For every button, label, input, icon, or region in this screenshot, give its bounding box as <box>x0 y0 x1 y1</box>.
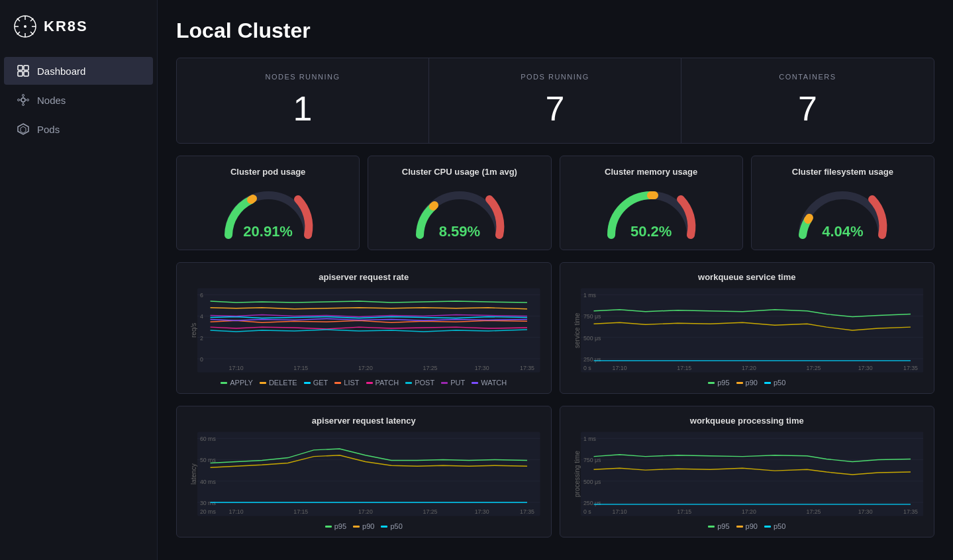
legend-service-p95: p95 <box>708 379 729 387</box>
legend-latency-p95: p95 <box>325 522 346 530</box>
sidebar-navigation: Dashboard Nodes Pods <box>0 57 157 143</box>
logo: KR8S <box>0 0 157 57</box>
svg-text:17:10: 17:10 <box>612 365 627 371</box>
gauge-memory-visual: 50.2% <box>601 182 701 242</box>
chart-request-rate-title: apiserver request rate <box>187 272 540 282</box>
chart-workqueue-service-legend: p95 p90 p50 <box>571 379 924 387</box>
svg-text:17:25: 17:25 <box>423 365 438 371</box>
svg-text:17:30: 17:30 <box>858 508 872 515</box>
svg-text:750 μs: 750 μs <box>583 457 601 463</box>
svg-text:60 ms: 60 ms <box>200 436 216 442</box>
svg-text:17:15: 17:15 <box>677 508 691 515</box>
svg-rect-12 <box>18 71 23 76</box>
svg-text:17:10: 17:10 <box>229 365 244 371</box>
svg-text:17:20: 17:20 <box>358 365 373 371</box>
chart-request-latency-legend: p95 p90 p50 <box>187 522 540 530</box>
svg-text:750 μs: 750 μs <box>583 313 601 320</box>
legend-post: POST <box>405 379 434 387</box>
svg-rect-10 <box>18 66 23 70</box>
svg-text:1 ms: 1 ms <box>583 436 596 442</box>
svg-text:17:10: 17:10 <box>612 508 627 515</box>
chart-workqueue-processing-legend: p95 p90 p50 <box>571 522 924 530</box>
svg-point-14 <box>21 98 25 102</box>
stat-nodes-value: 1 <box>190 89 415 128</box>
legend-get: GET <box>304 379 328 387</box>
sidebar-item-pods[interactable]: Pods <box>4 115 153 143</box>
svg-text:17:10: 17:10 <box>229 508 244 515</box>
chart-workqueue-service-ylabel: service time <box>571 287 581 373</box>
chart-request-latency-title: apiserver request latency <box>187 416 540 426</box>
svg-text:17:20: 17:20 <box>741 508 756 515</box>
legend-list: LIST <box>334 379 359 387</box>
legend-service-p50: p50 <box>764 379 785 387</box>
chart-workqueue-service-inner: 1 ms 750 μs 500 μs 250 μs 0 s 17:10 17:1… <box>581 287 924 373</box>
svg-text:4: 4 <box>200 313 203 320</box>
chart-request-rate: apiserver request rate req/s 6 4 <box>176 262 552 394</box>
svg-text:30 ms: 30 ms <box>200 500 216 506</box>
svg-text:250 μs: 250 μs <box>583 356 601 363</box>
svg-point-1 <box>24 25 26 28</box>
stat-nodes-label: NODES RUNNING <box>190 73 415 81</box>
chart-row-1: apiserver request rate req/s 6 4 <box>176 262 934 394</box>
sidebar: KR8S Dashboard <box>0 0 158 560</box>
svg-rect-13 <box>24 71 28 76</box>
main-content: Local Cluster NODES RUNNING 1 PODS RUNNI… <box>158 0 953 560</box>
chart-workqueue-service-wrapper: service time 1 ms 750 μs 500 μs 250 μs 0… <box>571 287 924 373</box>
legend-processing-p50: p50 <box>764 522 785 530</box>
chart-request-rate-inner: 6 4 2 0 17:10 17:15 17:20 17:25 17:30 17… <box>197 287 540 373</box>
stats-row: NODES RUNNING 1 PODS RUNNING 7 CONTAINER… <box>176 58 934 144</box>
page-title: Local Cluster <box>176 19 934 43</box>
stat-pods-label: PODS RUNNING <box>442 73 668 81</box>
svg-text:17:30: 17:30 <box>475 508 489 515</box>
svg-text:17:25: 17:25 <box>423 508 438 515</box>
svg-text:17:30: 17:30 <box>858 365 872 371</box>
logo-icon <box>13 15 37 38</box>
chart-request-rate-ylabel: req/s <box>187 287 197 373</box>
svg-text:2: 2 <box>200 335 203 342</box>
svg-text:500 μs: 500 μs <box>583 479 601 485</box>
svg-text:250 μs: 250 μs <box>583 500 601 506</box>
svg-text:17:20: 17:20 <box>358 508 373 515</box>
nodes-icon <box>17 94 29 106</box>
gauge-filesystem-title: Cluster filesystem usage <box>792 167 893 177</box>
legend-patch: PATCH <box>366 379 399 387</box>
gauge-cpu-value: 8.59% <box>439 223 480 240</box>
legend-apply: APPLY <box>221 379 253 387</box>
chart-workqueue-processing-title: workqueue processing time <box>571 416 924 426</box>
svg-rect-70 <box>581 432 924 516</box>
sidebar-item-dashboard-label: Dashboard <box>37 66 85 77</box>
chart-request-latency-inner: 60 ms 50 ms 40 ms 30 ms 20 ms 17:10 17:1… <box>197 431 540 517</box>
stat-pods-running: PODS RUNNING 7 <box>429 58 681 143</box>
svg-text:0 s: 0 s <box>583 508 591 515</box>
gauge-pod-value: 20.91% <box>243 223 293 240</box>
chart-workqueue-processing-inner: 1 ms 750 μs 500 μs 250 μs 0 s 17:10 17:1… <box>581 431 924 517</box>
chart-request-latency-wrapper: latency 60 ms 50 ms 40 ms 30 ms 20 ms 17… <box>187 431 540 517</box>
svg-point-17 <box>18 99 20 101</box>
legend-service-p90: p90 <box>736 379 758 387</box>
gauge-memory-title: Cluster memory usage <box>605 167 697 177</box>
svg-rect-11 <box>24 66 28 70</box>
gauge-pod-visual: 20.91% <box>219 182 318 242</box>
stat-pods-value: 7 <box>442 89 668 128</box>
chart-request-latency: apiserver request latency latency 60 ms … <box>176 406 552 537</box>
sidebar-item-dashboard[interactable]: Dashboard <box>4 57 153 85</box>
svg-point-16 <box>23 104 25 106</box>
stat-containers: CONTAINERS 7 <box>681 58 934 143</box>
svg-text:17:30: 17:30 <box>475 365 489 371</box>
svg-text:17:35: 17:35 <box>520 508 534 515</box>
svg-text:17:15: 17:15 <box>293 365 308 371</box>
svg-text:6: 6 <box>200 292 203 299</box>
legend-processing-p95: p95 <box>708 522 729 530</box>
legend-watch: WATCH <box>472 379 507 387</box>
chart-workqueue-processing: workqueue processing time processing tim… <box>560 406 935 537</box>
dashboard-icon <box>17 65 29 77</box>
svg-text:40 ms: 40 ms <box>200 479 216 485</box>
svg-text:17:25: 17:25 <box>806 508 821 515</box>
chart-workqueue-service-title: workqueue service time <box>571 272 924 282</box>
gauge-pod-title: Cluster pod usage <box>230 167 305 177</box>
stat-nodes-running: NODES RUNNING 1 <box>177 58 429 143</box>
gauge-row: Cluster pod usage 20.91% Cluster CPU usa… <box>176 156 934 250</box>
sidebar-item-nodes[interactable]: Nodes <box>4 86 153 114</box>
svg-text:17:35: 17:35 <box>903 508 918 515</box>
legend-delete: DELETE <box>260 379 297 387</box>
